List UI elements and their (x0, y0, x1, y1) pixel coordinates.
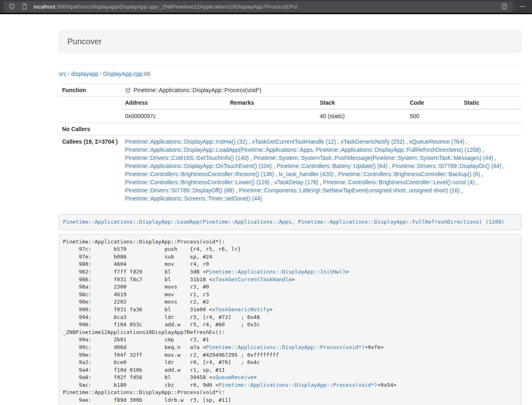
breadcrumb-line-number: :86 (142, 71, 150, 77)
function-row-label: Function (59, 84, 122, 97)
asm-symbol-link[interactable]: xQueueReceive (212, 374, 254, 380)
asm-symbol-link[interactable]: xTaskGenericNotify (212, 306, 269, 312)
asm-symbol-link[interactable]: Pinetime::Applications::DisplayApp::Proc… (219, 382, 377, 388)
callee-link[interactable]: Pinetime::Controllers::BrightnessControl… (323, 179, 474, 185)
breadcrumb-link-src[interactable]: src (59, 71, 67, 77)
stats-row: Address Remarks Stack Code Static 0x0000… (59, 97, 521, 123)
load-app-snippet: Pinetime::Applications::DisplayApp::Load… (59, 214, 521, 230)
static-value (461, 109, 521, 123)
page-container: Puncover src / displayapp / DisplayApp.c… (59, 30, 521, 405)
asm-symbol-link[interactable]: xTaskGetCurrentTaskHandle (212, 276, 292, 282)
callee-link[interactable]: lv_task_handler (420) (279, 171, 334, 177)
callee-link[interactable]: Pinetime::Applications::Screens::Timer::… (125, 195, 262, 202)
callees-label: Callees (19, Σ=3704 ) (59, 136, 122, 205)
url-text[interactable]: localhost:5000/path/src/displayapp/Displ… (34, 4, 498, 10)
callee-link[interactable]: Pinetime::Controllers::BrightnessControl… (338, 171, 480, 177)
col-header-static: Static (461, 97, 521, 109)
asm-symbol-link[interactable]: Pinetime::Applications::DisplayApp::Proc… (206, 344, 364, 350)
function-table: Function Pinetime::Applications::Display… (59, 84, 521, 205)
code-value: 500 (407, 109, 461, 123)
callee-link[interactable]: Pinetime::Components::LittleVgl::SetNewT… (239, 187, 460, 194)
no-callers-label: No Callers (59, 123, 122, 136)
address-value: 0x0000097c (122, 109, 227, 123)
shield-icon[interactable] (6, 1, 18, 12)
no-callers-row: No Callers (59, 123, 521, 136)
load-app-link[interactable]: Pinetime::Applications::DisplayApp::Load… (63, 219, 504, 225)
symbol-cube-icon (125, 87, 131, 93)
url-path: :5000/path/src/displayapp/DisplayApp.cpp… (55, 4, 297, 10)
callee-link[interactable]: xQueueReceive (764) (409, 138, 464, 145)
toolbar-divider (515, 3, 515, 10)
disassembly-block: Pinetime::Applications::DisplayApp::Proc… (59, 234, 521, 405)
stack-value: 40 (static) (317, 109, 407, 123)
col-header-code: Code (407, 97, 461, 109)
url-host: localhost (34, 4, 55, 10)
callee-link[interactable]: Pinetime::Applications::DisplayApp::Load… (125, 146, 481, 153)
callee-link[interactable]: xTaskGenericNotify (252) (340, 138, 404, 145)
function-name: Pinetime::Applications::DisplayApp::Proc… (134, 86, 261, 94)
menu-icon[interactable] (517, 1, 529, 12)
col-header-address: Address (122, 97, 227, 109)
reader-mode-icon[interactable] (498, 1, 510, 12)
breadcrumb-link-displayapp[interactable]: displayapp (71, 71, 98, 77)
breadcrumb-separator: / (68, 71, 70, 77)
divider-rule (59, 65, 521, 65)
col-header-remarks: Remarks (227, 97, 317, 109)
col-header-stack: Stack (317, 97, 407, 109)
remarks-value (227, 109, 317, 123)
url-bar[interactable]: localhost:5000/path/src/displayapp/Displ… (3, 1, 513, 12)
browser-toolbar: localhost:5000/path/src/displayapp/Displ… (0, 0, 532, 14)
callee-link[interactable]: Pinetime::Applications::DisplayApp::OnTo… (125, 163, 272, 169)
callee-link[interactable]: Pinetime::Controllers::BrightnessControl… (125, 171, 274, 177)
breadcrumb-separator: / (100, 71, 101, 77)
callee-link[interactable]: Pinetime::Drivers::St7789::DisplayOff() … (125, 187, 234, 194)
app-header: Puncover (59, 30, 521, 52)
callee-link[interactable]: Pinetime::Applications::DisplayApp::Init… (125, 138, 247, 145)
breadcrumb-link-file[interactable]: DisplayApp.cpp (103, 71, 142, 77)
function-row: Function Pinetime::Applications::Display… (59, 84, 521, 97)
callee-link[interactable]: Pinetime::Drivers::St7789::DisplayOn() (… (392, 163, 501, 169)
callee-link[interactable]: Pinetime::Controllers::Battery::Update()… (277, 163, 388, 169)
callee-link[interactable]: vTaskDelay (176) (274, 179, 318, 185)
callee-link[interactable]: Pinetime::Drivers::Cst816S::GetTouchInfo… (125, 155, 249, 161)
app-title: Puncover (67, 37, 513, 46)
breadcrumb: src / displayapp / DisplayApp.cpp:86 (59, 71, 521, 77)
asm-symbol-link[interactable]: Pinetime::Applications::DisplayApp::Init… (206, 269, 345, 275)
callee-link[interactable]: Pinetime::Controllers::BrightnessControl… (125, 179, 269, 185)
callees-list: Pinetime::Applications::DisplayApp::Init… (122, 136, 521, 205)
callee-link[interactable]: Pinetime::System::SystemTask::PushMessag… (254, 155, 493, 161)
callees-row: Callees (19, Σ=3704 ) Pinetime::Applicat… (59, 136, 521, 205)
callee-link[interactable]: xTaskGetCurrentTaskHandle (12) (252, 138, 336, 145)
stats-values-row: 0x0000097c 40 (static) 500 (122, 109, 521, 123)
stats-table: Address Remarks Stack Code Static 0x0000… (122, 97, 521, 123)
page-icon[interactable] (18, 1, 30, 12)
